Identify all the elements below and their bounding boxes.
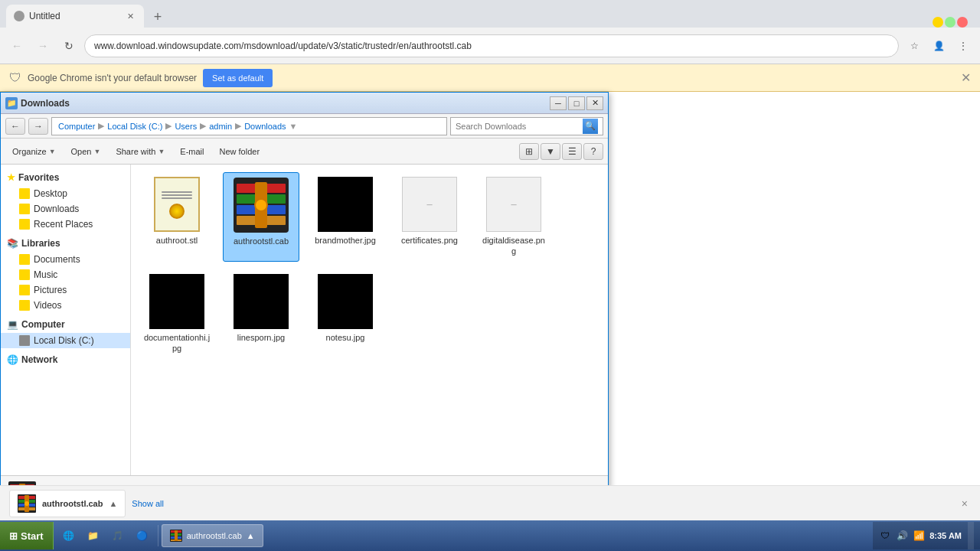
network-group[interactable]: 🌐 Network [1, 351, 130, 368]
search-box[interactable]: 🔍 [450, 117, 603, 135]
back-button[interactable]: ← [6, 35, 28, 57]
documentationhi-thumb [149, 274, 204, 329]
tab-title: Untitled [29, 11, 119, 21]
tab-close-button[interactable]: ✕ [124, 10, 136, 22]
tray-security-icon[interactable]: 🛡 [879, 530, 891, 542]
explorer-restore-button[interactable]: □ [568, 96, 585, 110]
explorer-toolbar: Organize ▼ Open ▼ Share with ▼ E-mail Ne… [1, 139, 608, 165]
brandmother-name: brandmother.jpg [315, 235, 376, 246]
file-item-authrootstl-cab[interactable]: authrootstl.cab [223, 172, 299, 262]
documents-icon [19, 254, 30, 265]
set-default-button[interactable]: Set as default [203, 69, 273, 87]
taskbar-program-authrootstl[interactable]: authrootstl.cab ▲ [162, 524, 263, 547]
breadcrumb-computer[interactable]: Computer [58, 122, 95, 131]
download-file-icon [18, 494, 36, 513]
breadcrumb-downloads[interactable]: Downloads [244, 122, 286, 131]
program-icon [170, 530, 182, 542]
info-bar-close[interactable]: ✕ [961, 70, 971, 85]
file-item-notesu[interactable]: notesu.jpg [307, 269, 384, 359]
start-label: Start [21, 530, 44, 542]
certificates-thumb: ─ [402, 177, 457, 232]
white-thumbnail2: ─ [486, 177, 541, 232]
share-with-button[interactable]: Share with ▼ [109, 142, 172, 161]
chrome-window: Untitled ✕ + ← → ↻ www.download.windowsu… [0, 0, 980, 551]
file-item-linesporn[interactable]: linesporn.jpg [223, 269, 299, 359]
explorer-close-button[interactable]: ✕ [586, 96, 603, 110]
libraries-label: Libraries [21, 238, 60, 249]
libraries-group[interactable]: 📚 Libraries [1, 235, 130, 252]
bookmark-icon[interactable]: ☆ [903, 35, 925, 57]
refresh-button[interactable]: ↻ [58, 35, 80, 57]
taskbar-explorer-icon[interactable]: 📁 [83, 525, 104, 546]
taskbar-chrome-icon[interactable]: 🔵 [132, 525, 153, 546]
breadcrumb-admin[interactable]: admin [209, 122, 232, 131]
sidebar-item-videos[interactable]: Videos [1, 298, 130, 313]
breadcrumb-drive[interactable]: Local Disk (C:) [107, 122, 162, 131]
browser-tab[interactable]: Untitled ✕ [6, 5, 144, 28]
black-thumbnail4 [318, 274, 373, 329]
music-label: Music [34, 269, 57, 280]
explorer-minimize-button[interactable]: ─ [550, 96, 567, 110]
file-item-digitaldisease[interactable]: ─ digitaldisease.png [475, 172, 552, 262]
new-folder-button[interactable]: New folder [212, 142, 266, 161]
chrome-window-controls [933, 17, 974, 28]
sidebar-item-recent-places[interactable]: Recent Places [1, 217, 130, 232]
show-all-button[interactable]: Show all [132, 499, 164, 508]
computer-group[interactable]: 💻 Computer [1, 316, 130, 333]
view-options-button[interactable]: ▼ [541, 143, 560, 160]
open-button[interactable]: Open ▼ [64, 142, 108, 161]
svg-rect-26 [175, 530, 178, 541]
sidebar-item-documents[interactable]: Documents [1, 252, 130, 267]
account-icon[interactable]: 👤 [928, 35, 949, 57]
download-chevron-icon[interactable]: ▲ [109, 499, 117, 508]
taskbar-media-icon[interactable]: 🎵 [107, 525, 129, 546]
new-tab-button[interactable]: + [147, 6, 168, 28]
show-desktop-button[interactable] [968, 522, 974, 549]
search-button[interactable]: 🔍 [583, 119, 598, 134]
recent-places-icon [19, 219, 30, 230]
forward-button[interactable]: → [32, 35, 54, 57]
maximize-button[interactable] [945, 17, 956, 28]
sidebar-item-pictures[interactable]: Pictures [1, 282, 130, 298]
local-disk-icon [19, 335, 30, 346]
start-button[interactable]: ⊞ Start [0, 522, 54, 549]
menu-icon[interactable]: ⋮ [952, 35, 974, 57]
explorer-back-button[interactable]: ← [5, 118, 25, 135]
organize-button[interactable]: Organize ▼ [5, 142, 63, 161]
address-bar[interactable]: www.download.windowsupdate.com/msdownloa… [84, 34, 899, 57]
breadcrumb[interactable]: Computer ▶ Local Disk (C:) ▶ Users ▶ adm… [51, 117, 447, 135]
time-display: 8:35 AM [929, 531, 962, 540]
tray-network-icon[interactable]: 📶 [913, 530, 925, 542]
taskbar-ie-icon[interactable]: 🌐 [58, 525, 80, 546]
tray-volume-icon[interactable]: 🔊 [896, 530, 908, 542]
email-button[interactable]: E-mail [173, 142, 211, 161]
pictures-icon [19, 285, 30, 295]
file-item-documentationhi[interactable]: documentationhi.jpg [139, 269, 215, 359]
brandmother-thumb [318, 177, 373, 232]
breadcrumb-users[interactable]: Users [175, 122, 197, 131]
sidebar-item-music[interactable]: Music [1, 267, 130, 282]
minimize-button[interactable] [933, 17, 943, 28]
search-input[interactable] [456, 122, 580, 131]
program-chevron[interactable]: ▲ [247, 531, 255, 540]
close-button[interactable] [957, 17, 968, 28]
change-view-button[interactable]: ⊞ [519, 143, 539, 160]
explorer-forward-button[interactable]: → [28, 118, 48, 135]
tray-time[interactable]: 8:35 AM [929, 531, 962, 540]
sidebar-item-local-disk[interactable]: Local Disk (C:) [1, 333, 130, 348]
details-view-button[interactable]: ☰ [562, 143, 582, 160]
explorer-titlebar[interactable]: 📁 Downloads ─ □ ✕ [1, 93, 608, 114]
favorites-group[interactable]: ★ Favorites [1, 169, 130, 186]
download-bar-close-button[interactable]: × [959, 497, 971, 510]
file-item-certificates[interactable]: ─ certificates.png [391, 172, 468, 262]
file-item-authroot-stl[interactable]: authroot.stl [139, 172, 215, 262]
videos-label: Videos [34, 300, 61, 311]
file-item-brandmother[interactable]: brandmother.jpg [307, 172, 384, 262]
chrome-toolbar: ← → ↻ www.download.windowsupdate.com/msd… [0, 28, 980, 64]
start-orb: ⊞ [9, 530, 18, 542]
sidebar-item-downloads[interactable]: Downloads [1, 201, 130, 217]
sidebar-item-desktop[interactable]: Desktop [1, 186, 130, 201]
taskbar-programs: authrootstl.cab ▲ [158, 524, 874, 547]
help-button[interactable]: ? [583, 143, 603, 160]
computer-icon: 💻 [7, 319, 18, 330]
